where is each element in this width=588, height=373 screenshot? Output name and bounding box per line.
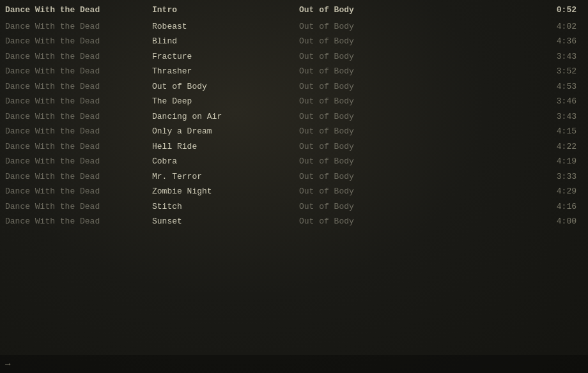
track-duration: 3:46 [446,95,583,108]
track-row[interactable]: Dance With the DeadDancing on AirOut of … [0,109,588,125]
track-row[interactable]: Dance With the DeadFractureOut of Body3:… [0,49,588,65]
bottom-bar: → [0,355,588,373]
header-artist: Dance With the Dead [5,4,152,17]
track-row[interactable]: Dance With the DeadSunsetOut of Body4:00 [0,214,588,229]
track-title: Out of Body [152,80,299,93]
header-album: Out of Body [299,4,446,17]
track-title: Sunset [152,215,299,228]
track-album: Out of Body [299,35,446,48]
track-title: Robeast [152,20,299,33]
track-album: Out of Body [299,110,446,123]
track-duration: 3:33 [446,171,583,183]
track-duration: 4:02 [446,20,583,33]
track-duration: 3:43 [446,110,583,123]
track-artist: Dance With the Dead [5,35,152,48]
track-artist: Dance With the Dead [5,125,152,138]
track-artist: Dance With the Dead [5,201,152,213]
track-artist: Dance With the Dead [5,215,152,228]
track-artist: Dance With the Dead [5,80,152,93]
track-header: Dance With the Dead Intro Out of Body 0:… [0,3,588,18]
track-duration: 4:22 [446,141,583,153]
track-title: Thrasher [152,65,299,78]
track-artist: Dance With the Dead [5,171,152,183]
track-row[interactable]: Dance With the DeadStitchOut of Body4:16 [0,199,588,215]
track-duration: 4:36 [446,35,583,48]
track-title: Stitch [152,201,299,213]
track-album: Out of Body [299,95,446,108]
track-row[interactable]: Dance With the DeadOut of BodyOut of Bod… [0,79,588,95]
track-row[interactable]: Dance With the DeadOnly a DreamOut of Bo… [0,124,588,139]
header-title: Intro [152,4,299,17]
track-album: Out of Body [299,141,446,153]
track-row[interactable]: Dance With the DeadRobeastOut of Body4:0… [0,19,588,34]
header-duration: 0:52 [446,4,583,17]
track-duration: 4:29 [446,185,583,198]
track-album: Out of Body [299,125,446,138]
track-artist: Dance With the Dead [5,95,152,108]
track-title: Hell Ride [152,141,299,153]
track-title: Dancing on Air [152,110,299,123]
track-artist: Dance With the Dead [5,185,152,198]
track-duration: 4:19 [446,155,583,168]
track-album: Out of Body [299,215,446,228]
track-title: Cobra [152,155,299,168]
track-row[interactable]: Dance With the DeadThe DeepOut of Body3:… [0,94,588,109]
track-title: Blind [152,35,299,48]
track-album: Out of Body [299,20,446,33]
arrow-icon: → [5,359,10,369]
track-duration: 3:52 [446,65,583,78]
track-row[interactable]: Dance With the DeadThrasherOut of Body3:… [0,64,588,79]
track-artist: Dance With the Dead [5,155,152,168]
track-duration: 4:00 [446,215,583,228]
track-title: Mr. Terror [152,171,299,183]
track-title: The Deep [152,95,299,108]
track-album: Out of Body [299,201,446,213]
track-row[interactable]: Dance With the DeadMr. TerrorOut of Body… [0,169,588,185]
track-duration: 4:53 [446,80,583,93]
track-album: Out of Body [299,155,446,168]
track-album: Out of Body [299,65,446,78]
track-row[interactable]: Dance With the DeadBlindOut of Body4:36 [0,34,588,49]
track-row[interactable]: Dance With the DeadCobraOut of Body4:19 [0,154,588,169]
track-artist: Dance With the Dead [5,50,152,63]
track-duration: 4:16 [446,201,583,213]
track-duration: 4:15 [446,125,583,138]
track-album: Out of Body [299,171,446,183]
track-album: Out of Body [299,185,446,198]
track-title: Fracture [152,50,299,63]
track-album: Out of Body [299,50,446,63]
track-title: Only a Dream [152,125,299,138]
track-row[interactable]: Dance With the DeadZombie NightOut of Bo… [0,184,588,199]
track-title: Zombie Night [152,185,299,198]
track-row[interactable]: Dance With the DeadHell RideOut of Body4… [0,139,588,155]
track-album: Out of Body [299,80,446,93]
track-list: Dance With the Dead Intro Out of Body 0:… [0,0,588,232]
track-artist: Dance With the Dead [5,65,152,78]
track-artist: Dance With the Dead [5,141,152,153]
track-artist: Dance With the Dead [5,20,152,33]
track-duration: 3:43 [446,50,583,63]
track-artist: Dance With the Dead [5,110,152,123]
